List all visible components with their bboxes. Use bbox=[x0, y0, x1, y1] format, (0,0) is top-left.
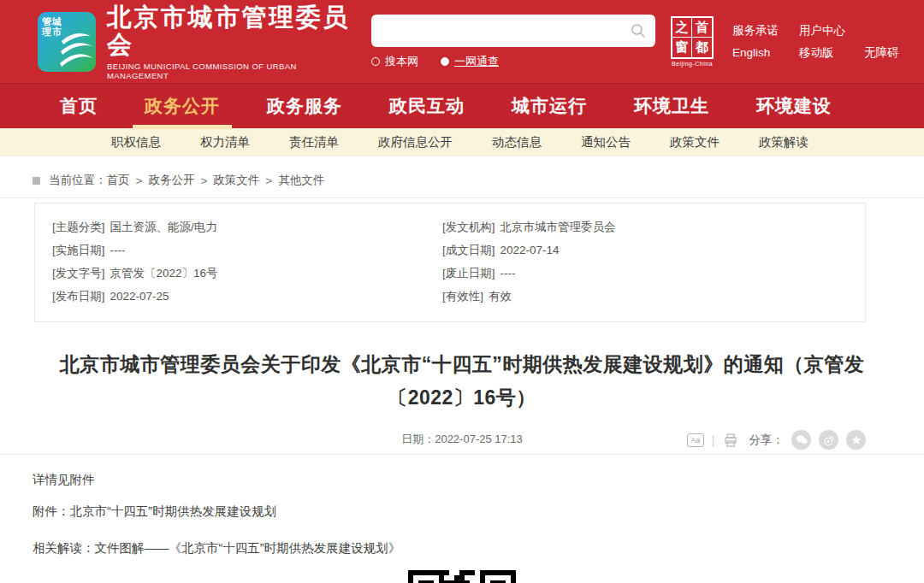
meta-document-number: [发文字号] 京管发〔2022〕16号 bbox=[52, 264, 442, 282]
page-title: 北京市城市管理委员会关于印发《北京市“十四五”时期供热发展建设规划》的通知（京管… bbox=[55, 348, 869, 415]
breadcrumb-divider bbox=[0, 197, 924, 198]
subnav-power-list[interactable]: 权力清单 bbox=[200, 134, 250, 150]
logo-badge-icon: 管城理市 bbox=[38, 12, 96, 72]
breadcrumb-square-icon bbox=[33, 177, 40, 185]
subnav-responsibility-list[interactable]: 责任清单 bbox=[289, 134, 339, 150]
share-favorite-icon[interactable] bbox=[846, 430, 866, 450]
meta-implementation-date: [实施日期] ---- bbox=[52, 241, 442, 259]
qr-code-wrap bbox=[0, 570, 924, 583]
search-scope-unified[interactable]: 一网通查 bbox=[441, 54, 499, 69]
share-label: 分享： bbox=[749, 433, 785, 448]
font-size-icon[interactable]: Aa bbox=[687, 433, 704, 447]
meta-topic-category: [主题分类] 国土资源、能源/电力 bbox=[52, 218, 442, 236]
search-scope-options: 搜本网 一网通查 bbox=[371, 54, 655, 69]
site-title: 北京市城市管理委员会 bbox=[107, 3, 359, 58]
site-logo[interactable]: 管城理市 北京市城市管理委员会 BEIJING MUNICIPAL COMMIS… bbox=[38, 3, 359, 80]
article-tools: Aa | 分享： bbox=[687, 430, 866, 450]
subnav-policy-interpretation[interactable]: 政策解读 bbox=[759, 134, 808, 150]
main-nav: 首页 政务公开 政务服务 政民互动 城市运行 环境卫生 环境建设 bbox=[0, 83, 924, 128]
site-subtitle: BEIJING MUNICIPAL COMMISSION OF URBAN MA… bbox=[107, 62, 359, 80]
breadcrumb-home[interactable]: 首页 bbox=[107, 173, 130, 188]
search-area: 搜本网 一网通查 bbox=[371, 15, 655, 69]
print-icon[interactable] bbox=[723, 433, 738, 448]
search-scope-site[interactable]: 搜本网 bbox=[371, 54, 418, 69]
meta-publish-date: [发布日期] 2022-07-25 bbox=[52, 287, 442, 305]
meta-validity: [有效性] 有效 bbox=[442, 287, 832, 305]
breadcrumb: 当前位置： 首页 > 政务公开 > 政策文件 > 其他文件 bbox=[33, 174, 924, 187]
nav-gov-services[interactable]: 政务服务 bbox=[260, 84, 349, 129]
site-title-block: 北京市城市管理委员会 BEIJING MUNICIPAL COMMISSION … bbox=[107, 3, 359, 80]
article-body-line: 详情见附件 bbox=[33, 473, 924, 486]
title-divider bbox=[0, 454, 924, 455]
link-english[interactable]: English bbox=[732, 46, 799, 59]
radio-selected-icon[interactable] bbox=[441, 57, 449, 66]
share-wechat-icon[interactable] bbox=[791, 430, 811, 450]
sub-nav: 职权信息 权力清单 责任清单 政府信息公开 动态信息 通知公告 政策文件 政策解… bbox=[0, 128, 924, 156]
link-service-promise[interactable]: 服务承诺 bbox=[732, 23, 799, 38]
search-icon[interactable] bbox=[630, 22, 647, 39]
radio-unselected-icon[interactable] bbox=[371, 57, 380, 66]
breadcrumb-label: 当前位置： bbox=[49, 173, 107, 188]
related-interpretation-link[interactable]: 相关解读：文件图解——《北京市“十四五”时期供热发展建设规划》 bbox=[33, 541, 924, 555]
subnav-authority-info[interactable]: 职权信息 bbox=[111, 134, 161, 150]
nav-city-operation[interactable]: 城市运行 bbox=[505, 84, 594, 129]
meta-issuing-agency: [发文机构] 北京市城市管理委员会 bbox=[442, 218, 832, 236]
article-date-row: 日期：2022-07-25 17:13 Aa | 分享： bbox=[0, 428, 924, 450]
meta-left-column: [主题分类] 国土资源、能源/电力 [实施日期] ---- [发文字号] 京管发… bbox=[52, 218, 442, 310]
subnav-gov-info-disclosure[interactable]: 政府信息公开 bbox=[378, 134, 453, 150]
qr-code bbox=[408, 570, 516, 583]
seal-caption: Beijing-China bbox=[671, 61, 714, 67]
link-accessibility[interactable]: 无障碍 bbox=[864, 45, 924, 61]
nav-environment-construction[interactable]: 环境建设 bbox=[749, 84, 838, 129]
breadcrumb-policy-documents[interactable]: 政策文件 bbox=[213, 173, 259, 188]
subnav-notices[interactable]: 通知公告 bbox=[581, 134, 631, 150]
tools-divider: | bbox=[712, 433, 715, 447]
share-weibo-icon[interactable] bbox=[819, 430, 838, 450]
subnav-dynamic-info[interactable]: 动态信息 bbox=[492, 134, 542, 150]
meta-repeal-date: [废止日期] ---- bbox=[442, 264, 832, 282]
nav-environment-sanitation[interactable]: 环境卫生 bbox=[627, 84, 716, 129]
nav-public-interaction[interactable]: 政民互动 bbox=[382, 84, 471, 129]
header-quick-links: 服务承诺 用户中心 English 移动版 无障碍 bbox=[732, 21, 924, 63]
capital-window-seal[interactable]: 之 首 窗 都 Beijing-China bbox=[671, 16, 714, 67]
logo-swoosh-icon bbox=[58, 22, 94, 68]
nav-gov-disclosure[interactable]: 政务公开 bbox=[138, 84, 227, 129]
capital-window-seal-icon: 之 首 窗 都 bbox=[671, 16, 714, 59]
search-input[interactable] bbox=[371, 15, 655, 47]
meta-right-column: [发文机构] 北京市城市管理委员会 [成文日期] 2022-07-14 [废止日… bbox=[442, 218, 832, 310]
document-meta-box: [主题分类] 国土资源、能源/电力 [实施日期] ---- [发文字号] 京管发… bbox=[34, 203, 866, 322]
nav-home[interactable]: 首页 bbox=[53, 84, 104, 129]
breadcrumb-other-documents[interactable]: 其他文件 bbox=[278, 173, 324, 188]
breadcrumb-gov-disclosure[interactable]: 政务公开 bbox=[148, 173, 194, 188]
subnav-policy-documents[interactable]: 政策文件 bbox=[670, 134, 720, 150]
meta-written-date: [成文日期] 2022-07-14 bbox=[442, 241, 832, 259]
attachment-link[interactable]: 附件：北京市“十四五”时期供热发展建设规划 bbox=[33, 504, 924, 518]
link-mobile[interactable]: 移动版 bbox=[799, 45, 864, 61]
link-user-center[interactable]: 用户中心 bbox=[799, 23, 864, 38]
site-header: 管城理市 北京市城市管理委员会 BEIJING MUNICIPAL COMMIS… bbox=[0, 0, 924, 83]
